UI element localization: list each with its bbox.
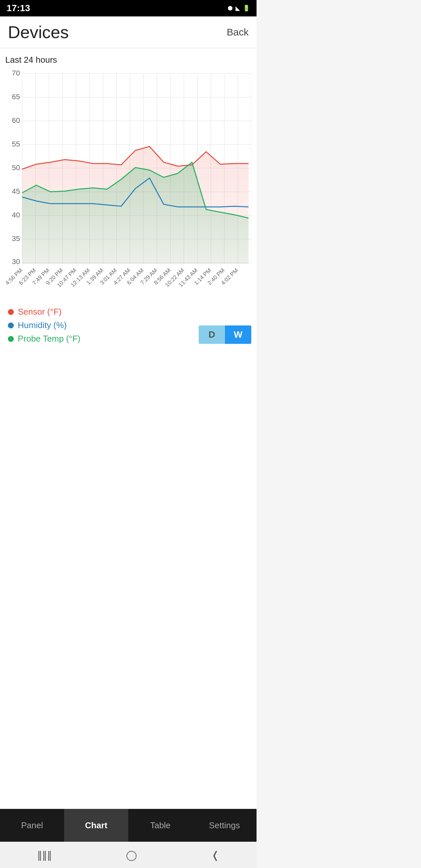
nav-table-label: Table (150, 820, 170, 831)
y-label-50: 50 (12, 163, 20, 172)
bottom-nav: Panel Chart Table Settings (0, 809, 256, 842)
nav-chart-label: Chart (85, 820, 108, 831)
chart-subtitle: Last 24 hours (5, 55, 251, 65)
legend-row: Sensor (°F) Humidity (%) Probe Temp (°F)… (5, 300, 251, 344)
nav-panel-label: Panel (21, 820, 43, 831)
y-label-60: 60 (12, 116, 20, 124)
nav-panel[interactable]: Panel (0, 809, 64, 842)
legend-item-probe: Probe Temp (°F) (8, 334, 81, 344)
recent-apps-button[interactable]: ‖‖‖ (37, 849, 52, 861)
humidity-dot (8, 322, 14, 329)
chart-legend: Sensor (°F) Humidity (%) Probe Temp (°F) (5, 307, 81, 344)
wifi-icon: ⬢ (228, 5, 233, 12)
y-label-45: 45 (12, 187, 20, 195)
dw-toggle[interactable]: D W (199, 326, 251, 344)
y-label-55: 55 (12, 140, 20, 148)
probe-label: Probe Temp (°F) (18, 334, 81, 344)
back-button[interactable]: Back (227, 27, 249, 38)
sensor-label: Sensor (°F) (18, 307, 61, 317)
legend-item-sensor: Sensor (°F) (8, 307, 81, 317)
nav-chart[interactable]: Chart (64, 809, 128, 842)
nav-settings[interactable]: Settings (192, 809, 256, 842)
battery-icon: 🔋 (243, 5, 250, 12)
nav-settings-label: Settings (209, 820, 240, 831)
status-time: 17:13 (7, 3, 30, 13)
signal-icon: ◣ (235, 5, 240, 12)
y-label-70: 70 (12, 70, 20, 77)
w-button[interactable]: W (225, 326, 251, 344)
humidity-label: Humidity (%) (18, 320, 67, 330)
status-icons: ⬢ ◣ 🔋 (228, 5, 250, 12)
line-chart: 70 65 60 55 50 45 40 35 30 (5, 70, 251, 293)
sensor-dot (8, 309, 14, 315)
status-bar: 17:13 ⬢ ◣ 🔋 (0, 0, 256, 17)
nav-table[interactable]: Table (128, 809, 192, 842)
page-title: Devices (8, 22, 69, 42)
android-nav-bar: ‖‖‖ ◯ ❬ (0, 842, 256, 868)
back-button-android[interactable]: ❬ (211, 849, 219, 861)
app-header: Devices Back (0, 17, 256, 48)
d-button[interactable]: D (199, 326, 225, 344)
probe-dot (8, 336, 14, 342)
legend-item-humidity: Humidity (%) (8, 320, 81, 330)
home-button[interactable]: ◯ (126, 849, 137, 861)
chart-container: 70 65 60 55 50 45 40 35 30 (5, 70, 251, 293)
y-label-35: 35 (12, 235, 20, 243)
main-content: Last 24 hours (0, 48, 256, 580)
y-label-65: 65 (12, 93, 20, 101)
y-label-30: 30 (12, 257, 20, 266)
y-label-40: 40 (12, 211, 20, 219)
